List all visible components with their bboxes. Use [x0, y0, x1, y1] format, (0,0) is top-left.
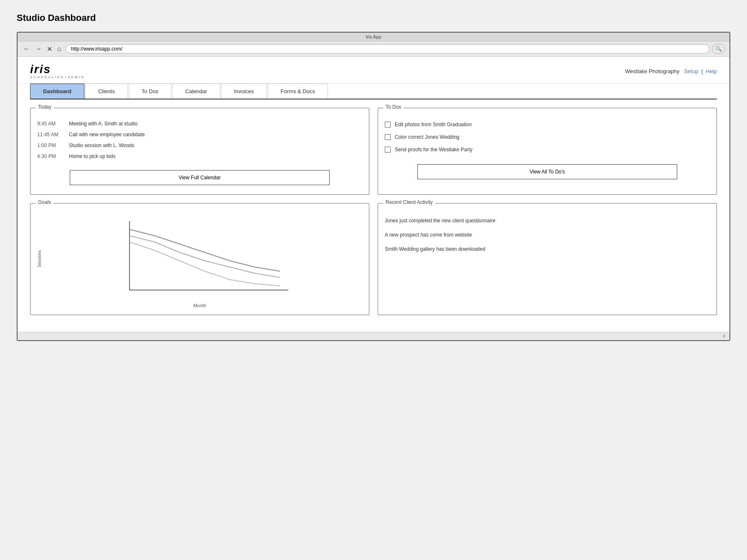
- todo-text: Send proofs for the Westlake Party: [395, 147, 473, 153]
- schedule-time: 4:30 PM: [37, 153, 62, 159]
- todo-checkbox[interactable]: [385, 122, 391, 127]
- todo-list: Edit photos from Smith Graduation Color …: [385, 118, 710, 156]
- browser-title: Iris App: [366, 34, 381, 39]
- header-right: Westlake Photography Setup | Help: [625, 68, 717, 74]
- activity-item: Jones just completed the new client ques…: [385, 214, 710, 228]
- top-widgets-row: Today 9:45 AM Meeting with A. Smith at s…: [30, 108, 717, 195]
- logo-subtitle: SCHEDULING+ADMIN: [30, 75, 85, 79]
- todo-item: Color correct Jones Wedding: [385, 131, 710, 143]
- setup-link[interactable]: Setup: [684, 68, 698, 74]
- schedule-item: 1:00 PM Studio session with L. Woods: [37, 140, 362, 151]
- schedule-list: 9:45 AM Meeting with A. Smith at studio …: [37, 118, 362, 162]
- forward-button[interactable]: →: [33, 44, 43, 53]
- schedule-item: 9:45 AM Meeting with A. Smith at studio: [37, 118, 362, 129]
- goals-widget: Goals Sessions: [30, 203, 369, 315]
- nav-tabs: Dashboard Clients To Dos Calendar Invoic…: [30, 84, 717, 99]
- activity-list: Jones just completed the new client ques…: [385, 214, 710, 256]
- app-header: iris SCHEDULING+ADMIN Westlake Photograp…: [18, 57, 729, 84]
- activity-text: A new prospect has come from website: [385, 232, 472, 238]
- tab-todos[interactable]: To Dos: [129, 84, 171, 99]
- todo-checkbox[interactable]: [385, 134, 391, 140]
- chart-svg: [47, 217, 362, 300]
- schedule-text: Home to pick up kids: [69, 153, 115, 159]
- activity-text: Smith Wedding gallery has been downloade…: [385, 246, 485, 252]
- tab-invoices[interactable]: Invoices: [221, 84, 267, 99]
- view-todos-button[interactable]: View All To Do's: [417, 164, 677, 179]
- todo-text: Color correct Jones Wedding: [395, 134, 460, 140]
- home-button[interactable]: ⌂: [56, 44, 63, 53]
- page-title: Studio Dashboard: [17, 13, 730, 23]
- schedule-text: Studio session with L. Woods: [69, 143, 135, 148]
- search-button[interactable]: 🔍: [712, 44, 725, 54]
- todo-item: Send proofs for the Westlake Party: [385, 143, 710, 156]
- logo-container: iris SCHEDULING+ADMIN: [30, 64, 85, 79]
- view-calendar-button[interactable]: View Full Calendar: [70, 170, 330, 185]
- activity-widget: Recent Client Activity Jones just comple…: [378, 203, 717, 315]
- url-bar[interactable]: [66, 44, 709, 53]
- schedule-text: Call with new employee candidate: [69, 132, 145, 137]
- today-widget: Today 9:45 AM Meeting with A. Smith at s…: [30, 108, 369, 195]
- schedule-item: 4:30 PM Home to pick up kids: [37, 151, 362, 162]
- activity-text: Jones just completed the new client ques…: [385, 218, 495, 224]
- activity-item: A new prospect has come from website: [385, 228, 710, 242]
- browser-toolbar: ← → ✕ ⌂ 🔍: [18, 41, 729, 57]
- bottom-widgets-row: Goals Sessions: [30, 203, 717, 315]
- x-axis-label: Month: [37, 303, 362, 308]
- tab-clients[interactable]: Clients: [85, 84, 128, 99]
- search-icon: 🔍: [716, 46, 722, 52]
- goals-label: Goals: [36, 199, 53, 205]
- help-link[interactable]: Help: [706, 68, 717, 74]
- goals-chart: Sessions: [37, 217, 362, 308]
- browser-bottom-bar: //: [18, 332, 729, 340]
- close-button[interactable]: ✕: [45, 44, 54, 54]
- schedule-text: Meeting with A. Smith at studio: [69, 121, 137, 127]
- browser-titlebar: Iris App: [18, 33, 729, 41]
- tab-forms-docs[interactable]: Forms & Docs: [268, 84, 328, 99]
- browser-window: Iris App ← → ✕ ⌂ 🔍 iris SCHEDULING+ADMIN…: [17, 32, 730, 341]
- schedule-time: 11:45 AM: [37, 132, 62, 137]
- app-content: iris SCHEDULING+ADMIN Westlake Photograp…: [18, 57, 729, 332]
- todos-widget: To Dos Edit photos from Smith Graduation…: [378, 108, 717, 195]
- nav-buttons: ← → ✕ ⌂: [22, 44, 63, 54]
- bottom-icon: //: [723, 334, 725, 339]
- activity-label: Recent Client Activity: [383, 199, 435, 205]
- schedule-time: 1:00 PM: [37, 143, 62, 148]
- y-axis-label: Sessions: [37, 250, 42, 267]
- todo-checkbox[interactable]: [385, 147, 391, 153]
- today-label: Today: [36, 104, 54, 110]
- schedule-time: 9:45 AM: [37, 121, 62, 127]
- app-logo: iris: [30, 64, 85, 75]
- schedule-item: 11:45 AM Call with new employee candidat…: [37, 129, 362, 140]
- user-label: Westlake Photography: [625, 68, 680, 74]
- tab-calendar[interactable]: Calendar: [172, 84, 220, 99]
- todo-item: Edit photos from Smith Graduation: [385, 118, 710, 131]
- main-content: Today 9:45 AM Meeting with A. Smith at s…: [18, 99, 729, 332]
- activity-item: Smith Wedding gallery has been downloade…: [385, 242, 710, 256]
- tab-dashboard[interactable]: Dashboard: [30, 84, 84, 99]
- back-button[interactable]: ←: [22, 44, 32, 53]
- todos-label: To Dos: [383, 104, 404, 110]
- todo-text: Edit photos from Smith Graduation: [395, 122, 472, 127]
